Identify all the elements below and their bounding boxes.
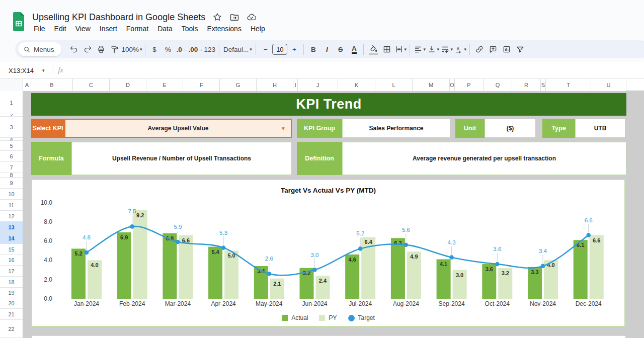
bold-button[interactable]: B <box>306 42 320 56</box>
print-button[interactable] <box>95 42 108 56</box>
row-header-1[interactable]: 1 <box>0 91 23 114</box>
text-wrap-button[interactable]: ▾ <box>440 42 453 56</box>
row-header-21[interactable]: 21 <box>0 309 23 320</box>
insert-comment-button[interactable] <box>486 42 500 56</box>
column-header-O[interactable]: O <box>450 79 455 91</box>
row-header-7[interactable]: 7 <box>0 162 23 173</box>
decrease-decimal-button[interactable]: .0← <box>175 42 189 56</box>
row-header-12[interactable]: 12 <box>0 211 23 222</box>
italic-button[interactable]: I <box>320 42 334 56</box>
svg-text:2.1: 2.1 <box>273 281 281 287</box>
column-header-M[interactable]: M <box>413 79 450 91</box>
column-header-G[interactable]: G <box>220 79 257 91</box>
increase-decimal-button[interactable]: .00→ <box>189 42 203 56</box>
chevron-down-icon[interactable]: ▾ <box>42 68 45 73</box>
name-box[interactable]: X13:X14 <box>0 67 42 74</box>
svg-text:10.0: 10.0 <box>41 199 53 206</box>
paint-format-button[interactable] <box>108 42 122 56</box>
column-header-A[interactable]: A <box>23 79 31 91</box>
column-header-J[interactable]: J <box>298 79 338 91</box>
menu-item-insert[interactable]: Insert <box>95 23 122 34</box>
vertical-align-button[interactable]: ▾ <box>426 42 440 56</box>
row-header-14[interactable]: 14 <box>0 233 23 244</box>
dropdown-arrow-icon[interactable]: ▼ <box>281 126 286 131</box>
column-header-F[interactable]: F <box>183 79 220 91</box>
borders-button[interactable] <box>380 42 393 56</box>
row-header-13[interactable]: 13 <box>0 222 23 233</box>
font-size-input[interactable]: 10 <box>272 44 287 55</box>
create-filter-button[interactable] <box>513 42 527 56</box>
row-header-15[interactable]: 15 <box>0 244 23 255</box>
column-header-S[interactable]: S <box>541 79 546 91</box>
column-header-I[interactable]: I <box>293 79 298 91</box>
horizontal-align-button[interactable]: ▾ <box>413 42 426 56</box>
document-title[interactable]: Upselling KPI Dashboard in Google Sheets <box>32 12 205 23</box>
column-header-P[interactable]: P <box>455 79 484 91</box>
row-header-10[interactable]: 10 <box>0 189 23 200</box>
menu-item-view[interactable]: View <box>71 23 95 34</box>
format-percent-button[interactable]: % <box>162 42 175 56</box>
menu-item-file[interactable]: File <box>29 23 50 34</box>
row-header-11[interactable]: 11 <box>0 200 23 211</box>
topbar: Upselling KPI Dashboard in Google Sheets… <box>0 0 644 38</box>
row-header-20[interactable]: 20 <box>0 298 23 309</box>
star-icon[interactable] <box>212 12 222 22</box>
row-header-9[interactable]: 9 <box>0 178 23 189</box>
text-rotation-button[interactable]: A▾ <box>453 42 467 56</box>
undo-button[interactable] <box>67 42 81 56</box>
column-header-U[interactable]: U <box>591 79 626 91</box>
google-sheets-logo[interactable] <box>11 12 26 32</box>
column-header-L[interactable]: L <box>375 79 413 91</box>
column-header-Q[interactable]: Q <box>484 79 512 91</box>
svg-text:3.6: 3.6 <box>486 266 493 272</box>
column-header-R[interactable]: R <box>512 79 541 91</box>
row-header-17[interactable]: 17 <box>0 266 23 277</box>
format-currency-button[interactable]: $ <box>148 42 162 56</box>
column-header-E[interactable]: E <box>146 79 183 91</box>
unit-value: ($) <box>485 119 536 138</box>
move-to-folder-icon[interactable] <box>229 12 239 22</box>
row-header-18[interactable]: 18 <box>0 277 23 288</box>
column-header-H[interactable]: H <box>257 79 293 91</box>
insert-chart-button[interactable] <box>500 42 513 56</box>
menu-item-format[interactable]: Format <box>122 23 153 34</box>
svg-text:5.2: 5.2 <box>74 250 82 257</box>
strikethrough-button[interactable]: S <box>334 42 347 56</box>
row-header-19[interactable]: 19 <box>0 288 23 298</box>
decrease-font-size-button[interactable]: − <box>259 42 272 56</box>
merge-cells-button[interactable]: ▾ <box>393 42 407 56</box>
kpi-trend-chart[interactable]: Target Vs Actual Vs PY (MTD) 10.08.06.04… <box>31 179 625 327</box>
select-kpi-dropdown[interactable]: Average Upsell Value ▼ <box>64 119 292 138</box>
column-header-T[interactable]: T <box>546 79 591 91</box>
menu-item-edit[interactable]: Edit <box>50 23 71 34</box>
column-header-C[interactable]: C <box>73 79 110 91</box>
svg-text:Jun-2024: Jun-2024 <box>302 300 327 307</box>
svg-text:3.0: 3.0 <box>311 252 319 258</box>
menu-item-help[interactable]: Help <box>246 23 270 34</box>
menu-item-extensions[interactable]: Extensions <box>202 23 246 34</box>
row-header-6[interactable]: 6 <box>0 151 23 162</box>
column-header-B[interactable]: B <box>31 79 73 91</box>
column-header-D[interactable]: D <box>110 79 146 91</box>
row-header-5[interactable]: 5 <box>0 141 23 151</box>
fill-color-button[interactable] <box>366 42 380 56</box>
more-formats-button[interactable]: 123 <box>203 42 216 56</box>
row-headers: 12345678910111213141516171819202122 <box>0 91 23 338</box>
insert-link-button[interactable] <box>472 42 486 56</box>
row-header-8[interactable]: 8 <box>0 173 23 178</box>
row-header-22[interactable]: 22 <box>0 320 23 338</box>
select-all-corner[interactable] <box>0 79 23 91</box>
row-header-16[interactable]: 16 <box>0 255 23 266</box>
row-header-3[interactable]: 3 <box>0 117 23 138</box>
cloud-status-icon[interactable] <box>247 12 257 22</box>
formula-value: Upsell Revenue / Number of Upsell Transa… <box>71 142 292 175</box>
column-header-K[interactable]: K <box>338 79 375 91</box>
menu-item-tools[interactable]: Tools <box>177 23 203 34</box>
text-color-button[interactable]: A <box>347 42 361 56</box>
increase-font-size-button[interactable]: + <box>287 42 301 56</box>
menus-search-chip[interactable]: Menus <box>18 42 61 56</box>
font-select[interactable]: Defaul...▾ <box>222 42 253 56</box>
redo-button[interactable] <box>81 42 95 56</box>
zoom-select[interactable]: 100%▾ <box>122 42 142 56</box>
menu-item-data[interactable]: Data <box>153 23 177 34</box>
